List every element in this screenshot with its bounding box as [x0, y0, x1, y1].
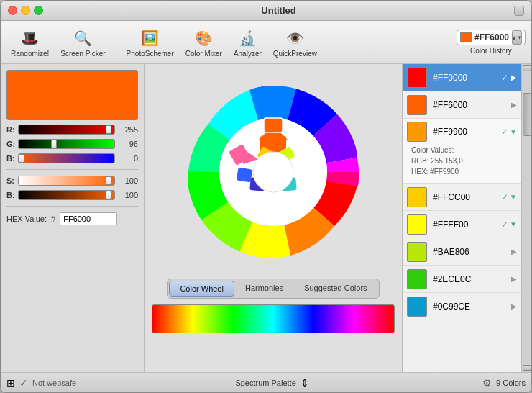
- minimize-button[interactable]: [21, 6, 30, 15]
- traffic-lights: [8, 6, 43, 15]
- arrow-icon: ▶: [511, 302, 517, 310]
- titlebar: Untitled: [1, 1, 531, 21]
- maximize-button[interactable]: [34, 6, 43, 15]
- color-hex-label: #2ECE0C: [433, 274, 471, 284]
- hex-row: HEX Value: #: [6, 212, 138, 225]
- gear-button[interactable]: ⚙: [482, 377, 492, 389]
- hex-hash: #: [51, 214, 55, 223]
- check-icon: ✓: [501, 73, 508, 83]
- r-slider-row: R: 255: [6, 125, 138, 135]
- color-swatch: [407, 297, 427, 317]
- color-hex-label: #FF6000: [433, 100, 467, 110]
- color-values-detail: Color Values: RGB: 255,153,0 HEX: #FF990…: [407, 142, 467, 180]
- b-slider-track[interactable]: [18, 153, 115, 163]
- toolbar-separator-1: [116, 28, 116, 57]
- right-panel: #FF0000 ✓ ▶ #FF6000 ▶ #FF9900: [402, 64, 531, 372]
- color-mixer-button[interactable]: 🎨 Color Mixer: [181, 25, 226, 59]
- tab-suggested-colors[interactable]: Suggested Colors: [294, 281, 377, 297]
- color-preview: [6, 70, 138, 120]
- brightness-slider-row: B: 100: [6, 190, 138, 200]
- scrollbar-track[interactable]: [521, 64, 531, 372]
- color-swatch: [407, 187, 427, 207]
- resize-button[interactable]: [514, 6, 524, 16]
- hex-display[interactable]: #FF6000 ▲▼: [457, 30, 526, 45]
- color-item[interactable]: #FFCC00 ✓ ▼: [403, 184, 521, 211]
- spectrum-bar[interactable]: [152, 304, 395, 333]
- color-hex-label: #0C99CE: [433, 302, 470, 312]
- b-slider-thumb[interactable]: [19, 154, 24, 163]
- photo-schemer-button[interactable]: 🖼️ PhotoSchemer: [122, 25, 178, 59]
- analyzer-button[interactable]: 🔬 Analyzer: [229, 25, 266, 59]
- color-swatch: [407, 242, 427, 262]
- quick-preview-button[interactable]: 👁️ QuickPreview: [269, 25, 321, 59]
- b-label: B:: [6, 154, 15, 163]
- hex-stepper[interactable]: ▲▼: [512, 30, 522, 45]
- websafe-label: Not websafe: [32, 379, 76, 387]
- scroll-down-button[interactable]: [523, 365, 531, 371]
- brightness-slider-track[interactable]: [18, 190, 115, 200]
- dropdown-icon: ▼: [510, 193, 517, 201]
- toolbar: 🎩 Randomize! 🔍 Screen Picker 🖼️ PhotoSch…: [1, 21, 531, 64]
- color-history-section: #FF6000 ▲▼ Color History: [457, 30, 526, 55]
- color-hex-label: #BAE806: [433, 247, 469, 257]
- color-item-expanded[interactable]: #FF9900 ✓ ▼ Color Values: RGB: 255,153,0…: [403, 119, 521, 184]
- color-mixer-icon: 🎨: [192, 27, 215, 50]
- s-value: 100: [118, 176, 138, 185]
- screen-picker-button[interactable]: 🔍 Screen Picker: [56, 25, 109, 59]
- tab-color-wheel[interactable]: Color Wheel: [169, 281, 234, 297]
- brightness-label: B:: [6, 191, 15, 199]
- r-value: 255: [118, 125, 138, 134]
- spectrum-stepper[interactable]: ⇕: [301, 377, 309, 389]
- color-item[interactable]: #FFFF00 ✓ ▼: [403, 211, 521, 238]
- color-values-hex: HEX: #FF9900: [411, 166, 463, 177]
- minus-button[interactable]: —: [468, 377, 478, 389]
- g-slider-thumb[interactable]: [51, 140, 57, 148]
- dropdown-icon: ▼: [510, 220, 517, 228]
- hex-value-label: #FF6000: [474, 32, 509, 42]
- color-item[interactable]: #0C99CE ▶: [403, 293, 521, 320]
- arrow-icon: ▶: [511, 275, 517, 283]
- color-swatch: [407, 269, 427, 289]
- hex-input[interactable]: [60, 212, 117, 225]
- randomize-button[interactable]: 🎩 Randomize!: [6, 25, 53, 59]
- brightness-value: 100: [118, 191, 138, 199]
- color-item[interactable]: #BAE806 ▶: [403, 238, 521, 266]
- color-item[interactable]: #FF0000 ✓ ▶: [403, 64, 521, 91]
- color-values-rgb: RGB: 255,153,0: [411, 155, 463, 166]
- color-swatch: [407, 214, 427, 235]
- scroll-up-button[interactable]: [523, 66, 531, 71]
- check-icon: ✓: [501, 127, 508, 137]
- color-list: #FF0000 ✓ ▶ #FF6000 ▶ #FF9900: [403, 64, 521, 372]
- brightness-slider-thumb[interactable]: [106, 191, 111, 199]
- b-value: 0: [118, 154, 138, 163]
- svg-point-8: [253, 152, 293, 192]
- r-slider-thumb[interactable]: [106, 125, 111, 134]
- color-item[interactable]: #FF6000 ▶: [403, 91, 521, 119]
- randomize-icon: 🎩: [19, 27, 42, 50]
- tab-harmonies[interactable]: Harmonies: [235, 281, 293, 297]
- s-slider-track[interactable]: [18, 176, 115, 186]
- g-slider-row: G: 96: [6, 139, 138, 149]
- color-wheel-container: [173, 71, 374, 273]
- arrow-icon: ▶: [511, 248, 517, 256]
- quick-preview-icon: 👁️: [283, 27, 306, 50]
- r-slider-track[interactable]: [18, 125, 115, 135]
- color-swatch: [407, 95, 427, 115]
- divider-1: [6, 169, 138, 170]
- check-icon: ✓: [501, 192, 508, 202]
- scrollbar-thumb[interactable]: [523, 93, 531, 136]
- color-wheel-svg[interactable]: [173, 71, 374, 273]
- color-item[interactable]: #2ECE0C ▶: [403, 266, 521, 293]
- hex-color-swatch: [460, 32, 472, 42]
- color-hex-label: #FFCC00: [433, 192, 470, 202]
- bottom-check[interactable]: ✓: [19, 377, 28, 389]
- close-button[interactable]: [8, 6, 17, 15]
- color-swatch: [407, 68, 427, 88]
- tab-bar: Color Wheel Harmonies Suggested Colors: [167, 279, 379, 299]
- arrow-icon: ▶: [511, 101, 517, 109]
- s-slider-thumb[interactable]: [106, 176, 111, 185]
- left-panel: R: 255 G: 96 B: 0: [1, 64, 145, 372]
- g-label: G:: [6, 140, 15, 148]
- g-slider-track[interactable]: [18, 139, 115, 149]
- bottom-icon-1[interactable]: ⊞: [6, 377, 15, 389]
